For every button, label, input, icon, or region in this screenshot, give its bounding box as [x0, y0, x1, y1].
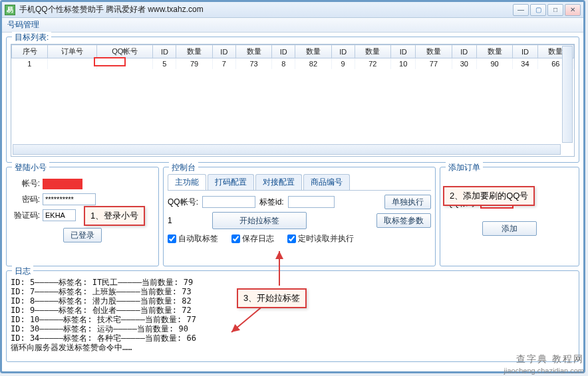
- login-legend: 登陆小号: [12, 162, 49, 173]
- highlight-qq-column: [94, 57, 126, 66]
- console-tag-label: 标签id:: [259, 197, 284, 208]
- target-list-legend: 目标列表:: [12, 32, 51, 43]
- tray-button[interactable]: ▢: [530, 4, 546, 16]
- console-tabs: 主功能 打码配置 对接配置 商品编号: [168, 174, 431, 191]
- tab-main[interactable]: 主功能: [168, 174, 206, 190]
- add-order-group: 添加订单 QQ帐号: 添加: [440, 167, 579, 266]
- table-cell: 77: [416, 58, 452, 70]
- scrollbar-horizontal[interactable]: [13, 144, 561, 155]
- console-qq-input[interactable]: [202, 196, 255, 208]
- tab-dama[interactable]: 打码配置: [208, 174, 254, 190]
- watermark-brand: 查字典 教程网: [516, 353, 584, 365]
- exec-single-button[interactable]: 单独执行: [384, 195, 431, 209]
- close-button[interactable]: ✕: [565, 4, 581, 16]
- table-header[interactable]: 数量: [476, 45, 512, 58]
- chk-savelog[interactable]: 保存日志: [231, 233, 274, 244]
- table-header[interactable]: ID: [391, 45, 416, 58]
- table-cell: 7: [212, 58, 235, 70]
- table-header[interactable]: 数量: [176, 45, 212, 58]
- account-label: 帐号:: [11, 178, 43, 189]
- table-header[interactable]: QQ帐号: [97, 45, 153, 58]
- add-button[interactable]: 添加: [482, 221, 537, 236]
- table-cell: 1: [12, 58, 48, 70]
- titlebar: 易 手机QQ个性标签赞助手 腾讯爱好者 www.txahz.com — ▢ □ …: [2, 2, 583, 18]
- table-cell: 30: [452, 58, 476, 70]
- chk-timed[interactable]: 定时读取并执行: [287, 233, 354, 244]
- chk-auto[interactable]: 自动取标签: [168, 233, 218, 244]
- table-header[interactable]: 序号: [12, 45, 48, 58]
- table-cell: 34: [513, 58, 537, 70]
- table-cell: 90: [476, 58, 512, 70]
- table-header[interactable]: 数量: [295, 45, 331, 58]
- tab-dock[interactable]: 对接配置: [255, 174, 302, 190]
- table-cell: 79: [176, 58, 212, 70]
- menu-accounts[interactable]: 号码管理: [7, 19, 39, 31]
- table-header[interactable]: ID: [153, 45, 176, 58]
- table-header[interactable]: ID: [452, 45, 476, 58]
- table-cell: 8: [272, 58, 295, 70]
- console-qq-label: QQ帐号:: [168, 197, 198, 208]
- console-legend: 控制台: [169, 162, 198, 173]
- logged-in-button[interactable]: 已登录: [63, 228, 102, 242]
- table-cell: 72: [355, 58, 390, 70]
- table-cell: [48, 58, 97, 70]
- fetch-params-button[interactable]: 取标签参数: [376, 213, 431, 228]
- table-header[interactable]: ID: [513, 45, 537, 58]
- arrow-to-start: [266, 246, 306, 292]
- tab-product[interactable]: 商品编号: [303, 174, 350, 190]
- password-label: 密码:: [11, 194, 43, 205]
- chk-timed-box[interactable]: [287, 235, 296, 243]
- add-legend: 添加订单: [446, 162, 483, 173]
- account-input[interactable]: [43, 179, 82, 189]
- console-count: 1: [168, 216, 172, 225]
- table-header[interactable]: 数量: [355, 45, 390, 58]
- table-cell: 5: [153, 58, 176, 70]
- chk-auto-box[interactable]: [168, 235, 176, 243]
- table-cell: 9: [331, 58, 355, 70]
- table-header[interactable]: ID: [272, 45, 295, 58]
- maximize-button[interactable]: □: [547, 4, 563, 16]
- callout-1: 1、登录小号: [84, 206, 145, 226]
- watermark-url: jiaocheng.chazidian.com: [504, 367, 584, 375]
- password-input[interactable]: [43, 193, 96, 205]
- table-header[interactable]: 订单号: [48, 45, 97, 58]
- table-cell: 73: [235, 58, 271, 70]
- log-legend: 日志: [12, 266, 33, 277]
- callout-3: 3、开始拉标签: [237, 288, 307, 308]
- target-list-group: 目标列表: 序号订单号QQ帐号ID数量ID数量ID数量ID数量ID数量ID数量I…: [6, 37, 579, 163]
- table-header[interactable]: ID: [212, 45, 235, 58]
- callout-2: 2、添加要刷的QQ号: [443, 186, 535, 206]
- chk-savelog-box[interactable]: [231, 235, 240, 243]
- table-cell: 82: [295, 58, 331, 70]
- start-pull-button[interactable]: 开始拉标签: [212, 212, 307, 229]
- minimize-button[interactable]: —: [513, 4, 529, 16]
- captcha-label: 验证码:: [11, 210, 43, 221]
- console-checkbox-row: 自动取标签 保存日志 定时读取并执行: [168, 233, 431, 244]
- table-header[interactable]: ID: [331, 45, 355, 58]
- table-cell: 10: [391, 58, 416, 70]
- captcha-input[interactable]: [43, 209, 76, 221]
- app-icon: 易: [5, 5, 15, 15]
- console-tagid-input[interactable]: [288, 196, 335, 208]
- table-header[interactable]: 数量: [416, 45, 452, 58]
- scrollbar-vertical[interactable]: [562, 46, 573, 143]
- window-title: 手机QQ个性标签赞助手 腾讯爱好者 www.txahz.com: [19, 4, 512, 15]
- menubar: 号码管理: [2, 18, 583, 33]
- table-header[interactable]: 数量: [235, 45, 271, 58]
